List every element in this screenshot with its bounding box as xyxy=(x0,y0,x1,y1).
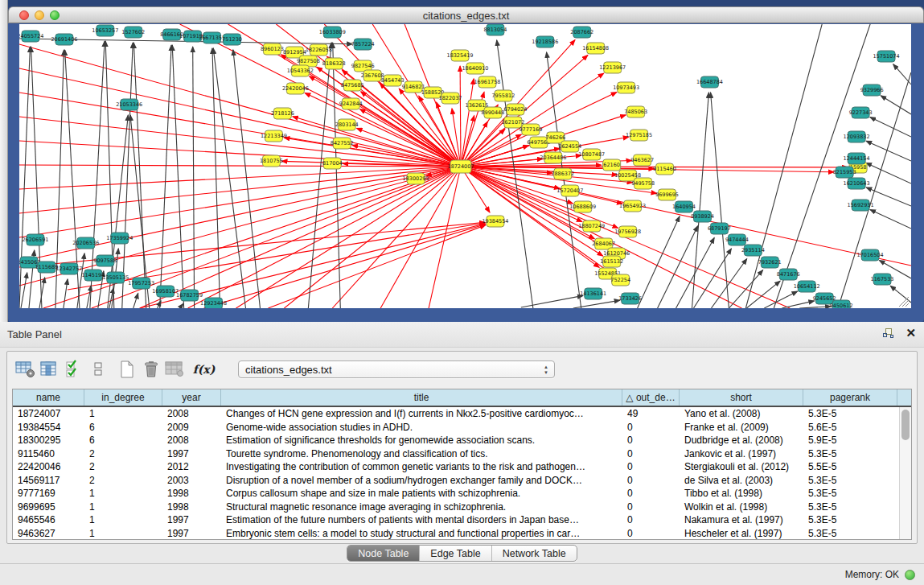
graph-node[interactable]: 1527602 xyxy=(121,27,145,38)
graph-node[interactable]: 12093832 xyxy=(844,131,870,142)
graph-node[interactable]: 18226058 xyxy=(306,44,332,56)
graph-edge[interactable] xyxy=(429,167,461,308)
table-cell-name[interactable]: 19384554 xyxy=(13,422,84,433)
table-cell-title[interactable]: Genome-wide association studies in ADHD. xyxy=(221,422,622,433)
graph-edge[interactable] xyxy=(866,163,911,183)
graph-node[interactable]: 20691406 xyxy=(51,34,77,45)
table-row[interactable]: 946554611997Estimation of the future num… xyxy=(13,513,911,527)
graph-edge[interactable] xyxy=(64,279,68,308)
table-cell-pagerank[interactable]: 5.5E-5 xyxy=(803,461,897,472)
graph-node[interactable]: 8471676 xyxy=(777,269,800,280)
table-cell-short[interactable]: Wolkin et al. (1998) xyxy=(680,501,803,513)
table-panel-header[interactable]: Table Panel ✕ xyxy=(0,322,924,348)
graph-edge[interactable] xyxy=(461,167,741,308)
float-panel-icon[interactable] xyxy=(883,328,894,339)
table-cell-title[interactable]: Disruption of a novel member of a sodium… xyxy=(221,475,622,486)
graph-edge[interactable] xyxy=(692,93,708,308)
graph-node[interactable]: 18640910 xyxy=(462,63,488,74)
table-cell-title[interactable]: Structural magnetic resonance image aver… xyxy=(221,501,622,513)
table-cell-in_degree[interactable]: 2 xyxy=(84,475,162,486)
graph-edge[interactable] xyxy=(233,50,261,308)
graph-edge[interactable] xyxy=(19,167,461,189)
graph-edge[interactable] xyxy=(711,93,729,308)
column-header-short[interactable]: short xyxy=(680,389,803,406)
graph-node[interactable]: 19384554 xyxy=(482,216,508,227)
table-row[interactable]: 911546021997Tourette syndrome. Phenomeno… xyxy=(13,447,911,461)
tab-node-table[interactable]: Node Table xyxy=(347,546,419,561)
graph-node[interactable]: 8990448 xyxy=(482,107,505,118)
column-header-out_degree[interactable]: △ out_de… xyxy=(622,389,680,406)
select-rows-icon[interactable] xyxy=(63,358,84,381)
graph-edge[interactable] xyxy=(122,43,133,308)
table-cell-pagerank[interactable]: 5.3E-5 xyxy=(803,501,897,513)
table-cell-name[interactable]: 22420046 xyxy=(13,461,84,472)
table-cell-out_degree[interactable]: 0 xyxy=(622,448,680,459)
table-row[interactable]: 1456911722003Disruption of a novel membe… xyxy=(13,474,911,488)
network-canvas[interactable]: 1872400718300295193845548960123891295418… xyxy=(19,24,911,308)
graph-node[interactable]: 7955812 xyxy=(491,90,515,101)
graph-node[interactable]: 8938924 xyxy=(691,211,714,222)
graph-edge[interactable] xyxy=(19,167,461,237)
graph-node[interactable]: 10973493 xyxy=(613,82,639,93)
table-cell-year[interactable]: 1998 xyxy=(162,488,221,499)
delete-table-icon[interactable] xyxy=(140,358,162,381)
graph-node[interactable]: 9495758 xyxy=(631,178,655,189)
table-cell-year[interactable]: 2003 xyxy=(162,475,221,486)
table-cell-name[interactable]: 9699695 xyxy=(13,501,84,513)
graph-node[interactable]: 9777169 xyxy=(519,124,542,135)
table-cell-name[interactable]: 9777169 xyxy=(13,488,84,499)
tab-network-table[interactable]: Network Table xyxy=(491,546,577,561)
table-row[interactable]: 969969511998Structural magnetic resonanc… xyxy=(13,501,911,514)
graph-edge[interactable] xyxy=(693,249,731,308)
graph-node[interactable]: 16210643 xyxy=(844,178,870,189)
graph-edge[interactable] xyxy=(638,216,680,308)
graph-node[interactable]: 8813054 xyxy=(484,24,507,35)
table-cell-short[interactable]: Jankovic et al. (1997) xyxy=(680,448,803,459)
graph-edge[interactable] xyxy=(133,293,138,308)
graph-node[interactable]: 8427552 xyxy=(331,138,354,149)
table-cell-title[interactable]: Embryonic stem cells: a model to study s… xyxy=(221,528,622,539)
table-cell-year[interactable]: 1997 xyxy=(162,528,221,539)
table-cell-pagerank[interactable]: 5.3E-5 xyxy=(803,475,897,486)
graph-node[interactable]: 15751074 xyxy=(873,51,900,62)
network-window-titlebar[interactable]: citations_edges.txt xyxy=(8,6,924,23)
graph-node[interactable]: 21053346 xyxy=(116,99,142,110)
table-cell-in_degree[interactable]: 1 xyxy=(84,408,162,419)
graph-node[interactable]: 18807249 xyxy=(578,220,605,232)
graph-edge[interactable] xyxy=(460,66,461,167)
graph-node[interactable]: 15720407 xyxy=(556,185,583,196)
table-cell-pagerank[interactable]: 5.6E-5 xyxy=(803,422,897,433)
table-row[interactable]: 1872400712008Changes of HCN gene express… xyxy=(13,407,911,421)
graph-node[interactable]: 16154808 xyxy=(582,43,609,54)
table-cell-in_degree[interactable]: 6 xyxy=(84,435,162,446)
table-cell-name[interactable]: 14569117 xyxy=(13,475,84,486)
graph-node[interactable]: 15692931 xyxy=(848,200,874,211)
graph-node[interactable]: 3624554 xyxy=(558,141,581,152)
graph-node[interactable]: 2803144 xyxy=(335,119,359,130)
graph-node[interactable]: 20364486 xyxy=(540,152,566,163)
table-scrollbar-thumb[interactable] xyxy=(901,410,910,440)
table-cell-name[interactable]: 9465546 xyxy=(13,514,84,525)
graph-node[interactable]: 9115460 xyxy=(653,163,676,175)
graph-edge[interactable] xyxy=(19,47,30,308)
graph-node[interactable]: 16782759 xyxy=(176,290,203,301)
graph-edge[interactable] xyxy=(172,45,183,308)
graph-node[interactable]: 2935114 xyxy=(741,245,765,256)
table-cell-short[interactable]: Dudbridge et al. (2008) xyxy=(680,435,803,446)
graph-edge[interactable] xyxy=(521,295,583,307)
graph-edge[interactable] xyxy=(711,259,746,308)
table-cell-pagerank[interactable]: 5.9E-5 xyxy=(803,435,897,446)
table-cell-title[interactable]: Corpus callosum shape and size in male p… xyxy=(221,488,622,499)
graph-node[interactable]: 10653257 xyxy=(92,25,118,36)
graph-edge[interactable] xyxy=(881,96,911,114)
graph-edge[interactable] xyxy=(838,72,911,308)
graph-node[interactable]: 10807487 xyxy=(578,149,605,160)
graph-node[interactable]: 22420046 xyxy=(282,83,309,94)
table-row[interactable]: 946362711997Embryonic stem cells: a mode… xyxy=(13,527,911,541)
close-panel-icon[interactable]: ✕ xyxy=(906,327,916,340)
table-cell-out_degree[interactable]: 0 xyxy=(622,488,680,499)
table-row[interactable]: 977716911998Corpus callosum shape and si… xyxy=(13,487,911,501)
graph-edge[interactable] xyxy=(39,278,45,308)
graph-edge[interactable] xyxy=(204,225,486,308)
graph-node[interactable]: 12975185 xyxy=(626,130,652,141)
